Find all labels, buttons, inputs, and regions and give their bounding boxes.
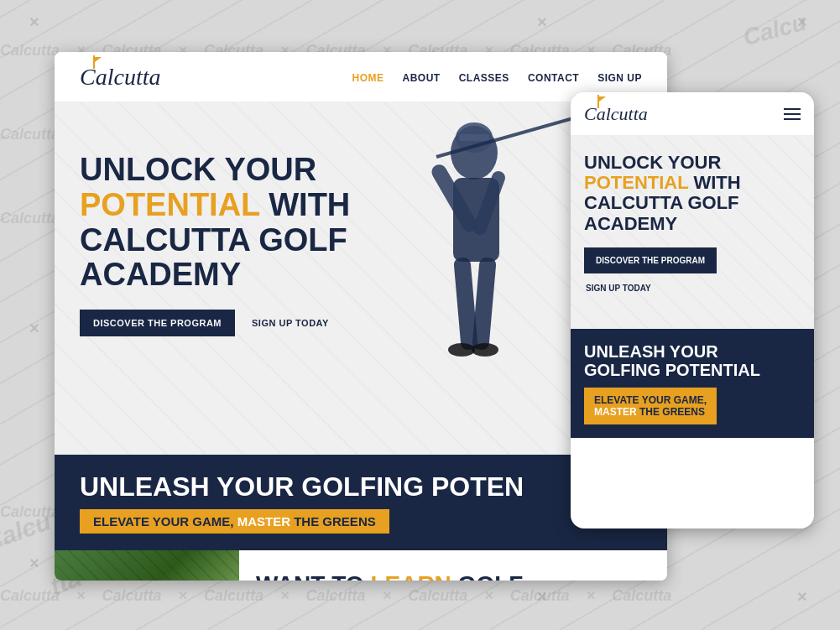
banner-title-text: UNLEASH YOUR GOLFING POTEN (80, 471, 524, 502)
desktop-nav-links: HOME ABOUT CLASSES CONTACT SIGN UP (352, 70, 642, 85)
mobile-logo: Calcutta (584, 103, 648, 125)
desktop-banner-subtitle: ELEVATE YOUR GAME, MASTER THE GREENS (80, 509, 389, 534)
mobile-banner-line2: GOLFING POTENTIAL (584, 361, 760, 379)
hero-title-line3: CALCUTTA GOLF (80, 222, 347, 258)
hamburger-line-3 (784, 118, 801, 120)
mobile-banner-sub-end: THE GREENS (637, 406, 705, 418)
mobile-navbar: Calcutta (571, 92, 814, 136)
mobile-hero-line1: UNLOCK YOUR (584, 152, 721, 173)
mobile-banner-sub-start: ELEVATE YOUR GAME, (594, 394, 707, 406)
x-mark: × (537, 13, 547, 32)
x-mark: × (29, 13, 39, 32)
x-mark: × (29, 319, 39, 338)
mobile-hero-title: UNLOCK YOUR POTENTIAL WITH CALCUTTA GOLF… (584, 153, 801, 234)
mobile-hero-content: UNLOCK YOUR POTENTIAL WITH CALCUTTA GOLF… (584, 153, 801, 293)
desktop-logo-text: Calcutta (80, 64, 160, 90)
learn-image (55, 550, 239, 581)
mobile-mockup: Calcutta UNLOCK YOUR POTENTIAL WITH CALC… (571, 92, 814, 528)
hamburger-line-1 (784, 108, 801, 110)
desktop-signup-button[interactable]: SIGN UP TODAY (252, 318, 329, 328)
mobile-logo-flag-icon (599, 96, 606, 102)
banner-sub-start: ELEVATE YOUR GAME, (93, 514, 237, 528)
watermark-row-5: Calcutta × Calcutta × Calcutta × Calcutt… (0, 587, 671, 604)
mobile-banner: UNLEASH YOUR GOLFING POTENTIAL ELEVATE Y… (571, 329, 814, 438)
learn-text-end: GOLF, (451, 571, 527, 581)
mobile-hero: UNLOCK YOUR POTENTIAL WITH CALCUTTA GOLF… (571, 136, 814, 329)
nav-home[interactable]: HOME (352, 72, 384, 84)
x-mark: × (29, 554, 39, 573)
desktop-banner-title: UNLEASH YOUR GOLFING POTEN (80, 471, 642, 502)
hero-title-line4: ACADEMY (80, 257, 241, 292)
mobile-hamburger-menu[interactable] (784, 108, 801, 120)
hamburger-line-2 (784, 113, 801, 115)
svg-point-11 (472, 343, 498, 357)
nav-about[interactable]: ABOUT (403, 72, 441, 84)
hero-title-line1: UNLOCK YOUR (80, 152, 316, 187)
desktop-discover-button[interactable]: DISCOVER THE PROGRAM (80, 310, 235, 336)
hero-title-with: WITH (269, 187, 350, 222)
logo-flag-icon (95, 57, 102, 62)
learn-text-start: WANT TO (256, 571, 370, 581)
banner-sub-highlight: MASTER (237, 514, 290, 528)
mobile-hero-line4: ACADEMY (584, 213, 677, 234)
svg-point-10 (448, 343, 475, 357)
mobile-banner-sub-highlight: MASTER (594, 406, 637, 418)
desktop-learn-section: WANT TO LEARN GOLF, (55, 550, 667, 581)
mobile-banner-title: UNLEASH YOUR GOLFING POTENTIAL (584, 342, 801, 379)
mobile-discover-button[interactable]: DISCOVER THE PROGRAM (584, 247, 717, 273)
nav-classes[interactable]: CLASSES (459, 72, 509, 84)
desktop-logo: Calcutta (80, 64, 160, 91)
mobile-hero-line3: CALCUTTA GOLF (584, 192, 739, 213)
mobile-logo-text: Calcutta (584, 103, 648, 124)
hero-title-highlight: POTENTIAL (80, 187, 260, 222)
mobile-banner-line1: UNLEASH YOUR (584, 342, 718, 361)
nav-signup[interactable]: SIGN UP (597, 72, 642, 84)
desktop-hero-title: UNLOCK YOUR POTENTIAL WITH CALCUTTA GOLF… (80, 153, 399, 293)
desktop-hero-content: UNLOCK YOUR POTENTIAL WITH CALCUTTA GOLF… (80, 153, 399, 336)
nav-contact[interactable]: CONTACT (528, 72, 579, 84)
mobile-hero-with: WITH (693, 172, 740, 193)
desktop-hero-buttons: DISCOVER THE PROGRAM SIGN UP TODAY (80, 310, 399, 336)
svg-rect-9 (472, 257, 497, 350)
mobile-hero-highlight: POTENTIAL (584, 172, 688, 193)
mobile-signup-button[interactable]: SIGN UP TODAY (584, 284, 801, 293)
banner-sub-end: THE GREENS (290, 514, 376, 528)
svg-rect-2 (459, 134, 489, 141)
mobile-banner-subtitle: ELEVATE YOUR GAME, MASTER THE GREENS (584, 388, 717, 424)
learn-text-highlight: LEARN (370, 571, 451, 581)
learn-text: WANT TO LEARN GOLF, (239, 550, 544, 581)
